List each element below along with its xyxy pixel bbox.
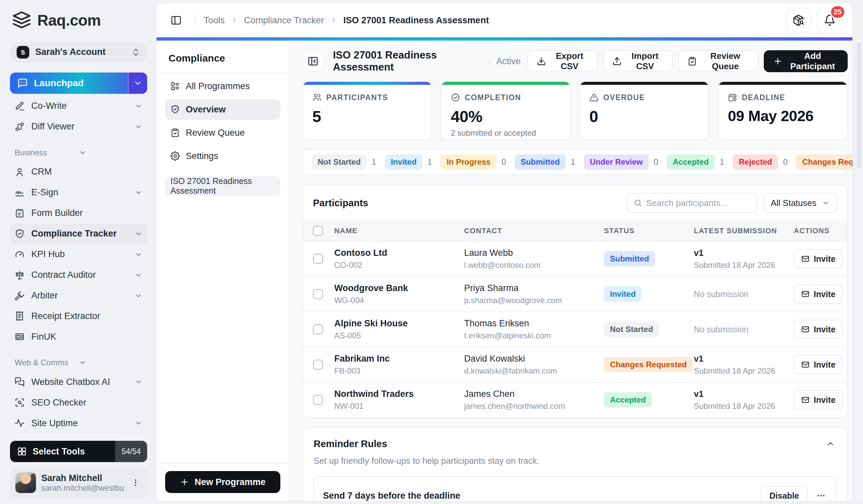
invite-button[interactable]: Invite bbox=[794, 320, 843, 339]
chevron-right-icon bbox=[231, 17, 238, 24]
status-pill: In Progress bbox=[440, 154, 497, 170]
subnav-item-all-programmes[interactable]: All Programmes bbox=[165, 76, 280, 96]
stat-accent bbox=[441, 82, 570, 85]
contact-name: Thomas Eriksen bbox=[464, 318, 604, 329]
account-switcher[interactable]: s Sarah's Account bbox=[10, 42, 147, 63]
select-all-checkbox[interactable] bbox=[313, 226, 323, 236]
launchpad-expand-button[interactable] bbox=[128, 73, 147, 94]
divider bbox=[157, 73, 289, 73]
chevron-down-icon bbox=[135, 419, 142, 427]
sidebar-item-kpi-hub[interactable]: KPI Hub bbox=[10, 244, 147, 265]
chevron-up-icon[interactable] bbox=[824, 438, 836, 450]
sidebar-item-arbiter[interactable]: Arbiter bbox=[10, 285, 147, 306]
account-label: Sarah's Account bbox=[35, 47, 125, 57]
contact-name: David Kowalski bbox=[464, 354, 604, 364]
add-participant-label: Add Participant bbox=[787, 51, 838, 72]
participant-company: Contoso Ltd bbox=[334, 248, 464, 258]
sidebar-item-seo-checker[interactable]: SEO Checker bbox=[10, 392, 147, 413]
submission-date: Submitted 18 Apr 2026 bbox=[694, 366, 794, 376]
new-programme-button[interactable]: New Programme bbox=[165, 471, 280, 493]
rule-menu-button[interactable] bbox=[815, 490, 827, 501]
panel-collapse-button[interactable] bbox=[302, 51, 324, 72]
export-csv-button[interactable]: Export CSV bbox=[527, 50, 598, 72]
mail-icon bbox=[801, 255, 810, 263]
table-row: Northwind TradersNW-001 James Chenjames.… bbox=[303, 382, 847, 417]
invite-button[interactable]: Invite bbox=[794, 249, 843, 269]
select-tools-label: Select Tools bbox=[33, 447, 109, 457]
contact-email: p.sharma@woodgrove.com bbox=[464, 296, 604, 305]
clipboard-check-icon bbox=[688, 56, 697, 66]
launchpad-chat-icon bbox=[17, 78, 28, 89]
participant-code: CO-002 bbox=[334, 260, 464, 270]
stat-card-deadline: DEADLINE 09 May 2026 bbox=[718, 81, 848, 140]
subnav-item-label: Overview bbox=[186, 104, 226, 115]
status-count: 1 bbox=[427, 157, 432, 167]
sidebar-item-diff-viewer[interactable]: Diff Viewer bbox=[10, 116, 147, 137]
summary-under-review: Under Review 0 bbox=[584, 154, 658, 170]
disable-rule-button[interactable]: Disable bbox=[761, 486, 808, 501]
row-checkbox[interactable] bbox=[313, 254, 323, 264]
chevron-down-icon bbox=[78, 149, 142, 157]
stat-value: 09 May 2026 bbox=[728, 107, 838, 125]
raq-logo-icon bbox=[12, 11, 31, 30]
invite-button[interactable]: Invite bbox=[794, 284, 843, 304]
subnav-item-overview[interactable]: Overview bbox=[165, 99, 280, 120]
user-menu-button[interactable] bbox=[129, 476, 142, 489]
contact-name: James Chen bbox=[464, 389, 604, 399]
sidebar-item-label: SEO Checker bbox=[31, 398, 142, 408]
stat-subtext: 2 submitted or accepted bbox=[451, 128, 561, 138]
sidebar-section-business[interactable]: Business bbox=[10, 144, 147, 162]
sidebar-item-compliance-tracker[interactable]: Compliance Tracker bbox=[10, 223, 147, 244]
page-title: ISO 27001 Readiness Assessment bbox=[333, 49, 480, 73]
row-checkbox[interactable] bbox=[313, 289, 323, 299]
row-checkbox[interactable] bbox=[313, 324, 323, 334]
sidebar-item-label: Site Uptime bbox=[31, 418, 128, 428]
sidebar-item-website-chatbox-ai[interactable]: Website Chatbox AI bbox=[10, 372, 147, 392]
notifications-button[interactable]: 25 bbox=[817, 8, 842, 33]
breadcrumb-tools[interactable]: Tools bbox=[204, 15, 225, 26]
sidebar-item-site-uptime[interactable]: Site Uptime bbox=[10, 413, 147, 434]
status-filter-dropdown[interactable]: All Statuses bbox=[763, 193, 837, 213]
subnav-item-review-queue[interactable]: Review Queue bbox=[165, 122, 280, 143]
sidebar-item-finuk[interactable]: FinUK bbox=[10, 326, 147, 347]
select-tools-button[interactable]: Select Tools 54/54 bbox=[10, 441, 147, 462]
breadcrumb-compliance-tracker[interactable]: Compliance Tracker bbox=[244, 15, 324, 26]
table-row: Woodgrove BankWG-004 Priya Sharmap.sharm… bbox=[303, 276, 847, 311]
sidebar-item-e-sign[interactable]: E-Sign bbox=[10, 182, 147, 203]
sidebar-item-contract-auditor[interactable]: Contract Auditor bbox=[10, 265, 147, 285]
breadcrumb: Tools Compliance Tracker ISO 27001 Readi… bbox=[204, 15, 786, 26]
plus-icon bbox=[773, 56, 783, 66]
chevron-down-icon bbox=[822, 199, 830, 207]
invite-button[interactable]: Invite bbox=[794, 355, 843, 374]
sidebar-item-receipt-extractor[interactable]: Receipt Extractor bbox=[10, 306, 147, 326]
chevron-down-icon bbox=[135, 230, 142, 238]
sidebar-item-co-write[interactable]: Co-Write bbox=[10, 96, 147, 116]
sidebar-item-crm[interactable]: CRM bbox=[10, 162, 147, 182]
contact-email: d.kowalski@fabrikam.com bbox=[464, 366, 604, 376]
scrollbar[interactable] bbox=[856, 40, 862, 499]
subnav-item-settings[interactable]: Settings bbox=[165, 146, 280, 166]
user-profile[interactable]: Sarah Mitchell sarah.mitchell@westbur... bbox=[10, 467, 147, 498]
summary-changes-requested: Changes Requested 1 bbox=[796, 154, 852, 170]
invite-button[interactable]: Invite bbox=[794, 390, 843, 410]
scrollbar-thumb[interactable] bbox=[857, 42, 861, 168]
column-status: STATUS bbox=[604, 227, 694, 235]
status-count: 1 bbox=[720, 157, 724, 167]
review-queue-button[interactable]: Review Queue bbox=[678, 50, 758, 72]
panel-left-toggle-button[interactable] bbox=[166, 11, 186, 30]
import-csv-button[interactable]: Import CSV bbox=[603, 50, 673, 72]
sidebar-item-form-builder[interactable]: Form Builder bbox=[10, 203, 147, 223]
row-checkbox[interactable] bbox=[313, 395, 323, 405]
package-search-button[interactable] bbox=[786, 8, 811, 33]
breadcrumb-current: ISO 27001 Readiness Assessment bbox=[343, 15, 489, 26]
subnav-item-label: All Programmes bbox=[186, 81, 250, 91]
add-participant-button[interactable]: Add Participant bbox=[764, 50, 848, 72]
row-checkbox[interactable] bbox=[313, 360, 323, 370]
chevrons-up-down-icon bbox=[131, 48, 140, 57]
programme-item-iso-27001[interactable]: ISO 27001 Readiness Assessment bbox=[165, 176, 280, 196]
section-label: Web & Comms bbox=[15, 358, 78, 367]
search-participants-input[interactable] bbox=[646, 198, 751, 208]
launchpad-button[interactable]: Launchpad bbox=[10, 73, 147, 94]
sidebar-section-web-comms[interactable]: Web & Comms bbox=[10, 354, 147, 372]
review-queue-label: Review Queue bbox=[701, 51, 749, 72]
